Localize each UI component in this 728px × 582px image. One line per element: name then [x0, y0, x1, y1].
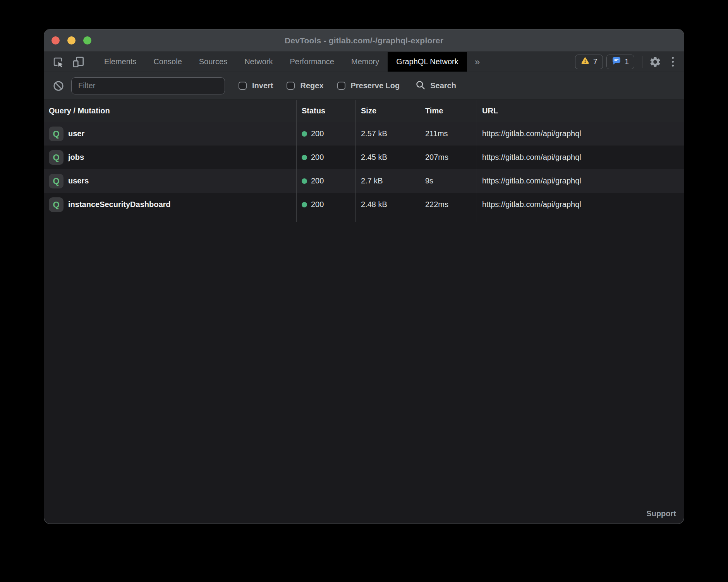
- invert-checkbox[interactable]: Invert: [239, 81, 273, 90]
- search-icon: [415, 80, 426, 92]
- query-type-badge: Q: [49, 150, 64, 165]
- regex-checkbox[interactable]: Regex: [287, 81, 323, 90]
- status-ok-dot: [302, 131, 307, 137]
- search-button[interactable]: Search: [415, 80, 456, 92]
- warnings-count: 7: [593, 57, 598, 66]
- size-value: 2.48 kB: [361, 200, 387, 209]
- toolbar-right-group: 7 1: [572, 55, 678, 69]
- status-code: 200: [311, 129, 324, 138]
- warnings-badge[interactable]: 7: [575, 55, 603, 69]
- time-value: 222ms: [425, 200, 448, 209]
- column-header-status[interactable]: Status: [296, 100, 355, 122]
- query-name: jobs: [68, 153, 84, 162]
- size-value: 2.45 kB: [361, 153, 387, 162]
- message-bubble-icon: [612, 56, 621, 67]
- support-link[interactable]: Support: [646, 509, 676, 518]
- status-code: 200: [311, 153, 324, 162]
- window-title: DevTools - gitlab.com/-/graphql-explorer: [44, 36, 684, 45]
- devtools-window: DevTools - gitlab.com/-/graphql-explorer…: [44, 29, 684, 524]
- table-row[interactable]: Q jobs 200 2.45 kB 207ms https://gitlab.…: [44, 146, 684, 169]
- devtools-tab-bar: Elements Console Sources Network Perform…: [44, 52, 684, 72]
- status-code: 200: [311, 176, 324, 185]
- checkbox-icon: [239, 82, 247, 90]
- status-ok-dot: [302, 178, 307, 184]
- url-value: https://gitlab.com/api/graphql: [482, 176, 581, 185]
- tab-memory[interactable]: Memory: [343, 52, 388, 72]
- column-divider-extension: [44, 216, 684, 222]
- toolbar-divider: [94, 57, 94, 67]
- tab-console[interactable]: Console: [145, 52, 190, 72]
- url-value: https://gitlab.com/api/graphql: [482, 129, 581, 138]
- panel-tabs: Elements Console Sources Network Perform…: [96, 52, 467, 72]
- filter-input[interactable]: [71, 77, 225, 94]
- query-type-badge: Q: [49, 174, 64, 188]
- status-code: 200: [311, 200, 324, 209]
- table-row[interactable]: Q instanceSecurityDashboard 200 2.48 kB …: [44, 193, 684, 216]
- status-ok-dot: [302, 202, 307, 207]
- panel-empty-area: Support: [44, 222, 684, 524]
- more-options-kebab-icon[interactable]: [668, 55, 678, 69]
- preserve-log-checkbox[interactable]: Preserve Log: [337, 81, 400, 90]
- query-type-badge: Q: [49, 197, 64, 212]
- device-toolbar-icon[interactable]: [72, 56, 84, 68]
- tab-sources[interactable]: Sources: [191, 52, 236, 72]
- table-header: Query / Mutation Status Size Time URL: [44, 100, 684, 122]
- size-value: 2.57 kB: [361, 129, 387, 138]
- warning-icon: [580, 56, 590, 67]
- column-header-time[interactable]: Time: [420, 100, 477, 122]
- tab-performance[interactable]: Performance: [282, 52, 343, 72]
- clear-block-icon[interactable]: [53, 80, 64, 92]
- more-tabs-chevron-icon[interactable]: »: [467, 56, 488, 67]
- checkbox-icon: [287, 82, 295, 90]
- column-header-size[interactable]: Size: [355, 100, 420, 122]
- query-name: users: [68, 176, 89, 185]
- filter-toolbar: Invert Regex Preserve Log Search: [44, 72, 684, 100]
- query-name: instanceSecurityDashboard: [68, 200, 171, 209]
- size-value: 2.7 kB: [361, 176, 383, 185]
- url-value: https://gitlab.com/api/graphql: [482, 153, 581, 162]
- time-value: 207ms: [425, 153, 448, 162]
- inspect-element-icon[interactable]: [52, 56, 64, 68]
- time-value: 9s: [425, 176, 433, 185]
- query-type-badge: Q: [49, 127, 64, 141]
- table-row[interactable]: Q user 200 2.57 kB 211ms https://gitlab.…: [44, 122, 684, 146]
- issues-badge[interactable]: 1: [606, 55, 634, 69]
- checkbox-icon: [337, 82, 345, 90]
- time-value: 211ms: [425, 129, 448, 138]
- issues-count: 1: [625, 57, 629, 66]
- tab-graphql-network[interactable]: GraphQL Network: [388, 52, 467, 72]
- table-row[interactable]: Q users 200 2.7 kB 9s https://gitlab.com…: [44, 169, 684, 193]
- toolbar-divider: [642, 56, 642, 68]
- settings-gear-icon[interactable]: [649, 55, 662, 68]
- column-header-url[interactable]: URL: [477, 100, 684, 122]
- query-name: user: [68, 129, 84, 138]
- column-header-query-mutation[interactable]: Query / Mutation: [44, 100, 296, 122]
- table-body: Q user 200 2.57 kB 211ms https://gitlab.…: [44, 122, 684, 222]
- title-bar: DevTools - gitlab.com/-/graphql-explorer: [44, 29, 684, 52]
- status-ok-dot: [302, 155, 307, 160]
- tab-elements[interactable]: Elements: [96, 52, 145, 72]
- url-value: https://gitlab.com/api/graphql: [482, 200, 581, 209]
- tab-network[interactable]: Network: [236, 52, 281, 72]
